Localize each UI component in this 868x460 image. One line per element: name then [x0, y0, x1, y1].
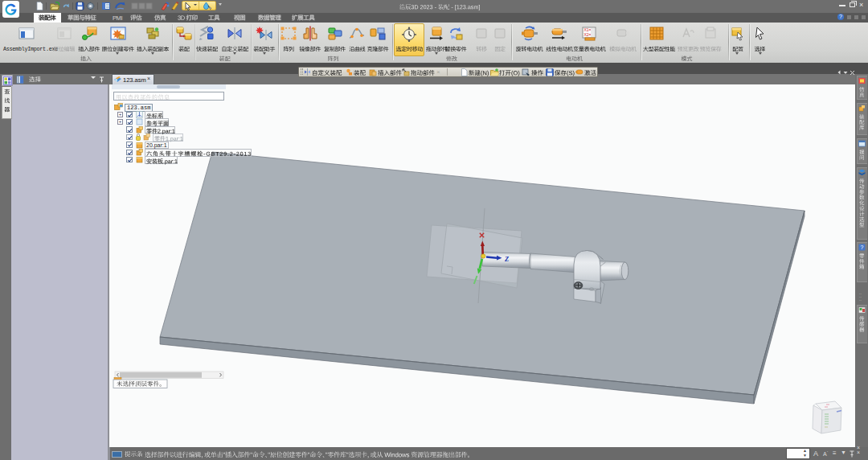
svg-text:X2=: X2=: [584, 32, 592, 37]
svg-text:?: ?: [861, 244, 864, 250]
svg-text:Z: Z: [504, 255, 509, 263]
